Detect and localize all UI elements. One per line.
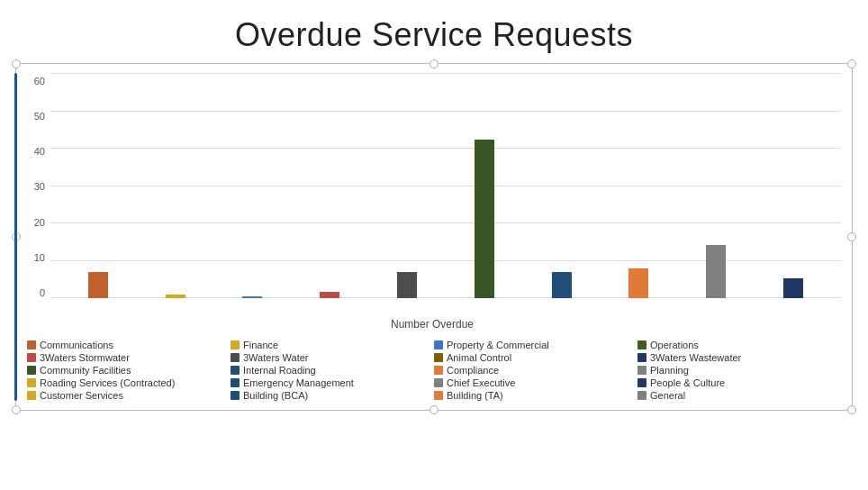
bars-area xyxy=(50,73,841,316)
legend-dot-3waters-stormwater xyxy=(27,353,36,362)
bar-rect-internal-roading xyxy=(552,272,572,298)
bar-rect-communications xyxy=(88,272,108,298)
bar-rect-planning xyxy=(706,245,726,298)
legend-label-general: General xyxy=(650,390,685,401)
legend-item-roading-contracted: Roading Services (Contracted) xyxy=(27,377,227,388)
y-label-0: 0 xyxy=(40,288,45,298)
corner-mr xyxy=(847,232,856,241)
bars-row xyxy=(50,73,841,298)
legend-label-chief-executive: Chief Executive xyxy=(447,377,515,388)
legend-dot-3waters-water xyxy=(231,353,240,362)
y-label-60: 60 xyxy=(34,77,45,86)
corner-tl xyxy=(12,59,21,68)
legend-label-animal-control: Animal Control xyxy=(447,352,511,363)
legend-dot-3waters-wastewater xyxy=(637,353,646,362)
bar-people-culture xyxy=(781,278,806,298)
bar-community-facilities xyxy=(472,140,497,298)
legend-label-property-commercial: Property & Commercial xyxy=(447,340,549,350)
legend-label-community-facilities: Community Facilities xyxy=(40,365,131,376)
legend-item-finance: Finance xyxy=(231,340,430,350)
legend-dot-chief-executive xyxy=(434,378,443,387)
legend-label-building-bca: Building (BCA) xyxy=(243,390,308,401)
legend-dot-customer-services xyxy=(27,391,36,400)
graph-wrapper: 60 50 40 30 20 10 0 xyxy=(23,73,841,316)
legend-item-communications: Communications xyxy=(27,340,227,350)
chart-container: 60 50 40 30 20 10 0 xyxy=(15,63,853,411)
legend-label-3waters-stormwater: 3Waters Stormwater xyxy=(40,352,130,363)
legend-item-chief-executive: Chief Executive xyxy=(434,377,634,388)
legend-label-internal-roading: Internal Roading xyxy=(243,365,316,376)
chart-area: 60 50 40 30 20 10 0 xyxy=(23,73,841,401)
legend-dot-internal-roading xyxy=(231,366,240,375)
legend-dot-people-culture xyxy=(637,378,646,387)
legend-item-people-culture: People & Culture xyxy=(637,377,837,388)
legend-dot-community-facilities xyxy=(27,366,36,375)
corner-tr xyxy=(847,59,856,68)
corner-br xyxy=(847,405,856,414)
legend: Communications Finance Property & Commer… xyxy=(23,340,841,401)
legend-label-compliance: Compliance xyxy=(447,365,499,376)
legend-dot-general xyxy=(637,391,646,400)
legend-item-community-facilities: Community Facilities xyxy=(27,365,227,376)
legend-label-planning: Planning xyxy=(650,365,689,376)
legend-dot-property-commercial xyxy=(434,340,443,349)
legend-item-building-bca: Building (BCA) xyxy=(231,390,430,401)
y-label-40: 40 xyxy=(34,147,45,157)
bar-internal-roading xyxy=(549,272,574,298)
legend-label-roading-contracted: Roading Services (Contracted) xyxy=(40,377,175,388)
legend-label-3waters-water: 3Waters Water xyxy=(243,352,309,363)
legend-label-building-ta: Building (TA) xyxy=(447,390,503,401)
bar-communications xyxy=(86,272,111,298)
legend-item-general: General xyxy=(637,390,837,401)
legend-dot-operations xyxy=(637,340,646,349)
legend-dot-finance xyxy=(231,340,240,349)
bar-planning xyxy=(703,245,728,298)
legend-item-building-ta: Building (TA) xyxy=(434,390,634,401)
bar-rect-3waters-water xyxy=(397,272,417,298)
bar-rect-community-facilities xyxy=(475,140,494,298)
bar-rect-compliance xyxy=(628,268,648,298)
legend-label-communications: Communications xyxy=(40,340,113,350)
y-label-20: 20 xyxy=(34,218,45,228)
legend-dot-animal-control xyxy=(434,353,443,362)
y-axis: 60 50 40 30 20 10 0 xyxy=(23,73,50,316)
y-label-10: 10 xyxy=(34,253,45,263)
legend-dot-communications xyxy=(27,340,36,349)
legend-label-finance: Finance xyxy=(243,340,278,350)
bar-compliance xyxy=(626,268,651,298)
legend-dot-building-bca xyxy=(231,391,240,400)
legend-dot-compliance xyxy=(434,366,443,375)
legend-item-3waters-wastewater: 3Waters Wastewater xyxy=(637,352,837,363)
legend-dot-building-ta xyxy=(434,391,443,400)
legend-label-customer-services: Customer Services xyxy=(40,390,123,401)
corner-tc xyxy=(429,59,439,68)
legend-item-planning: Planning xyxy=(637,365,837,376)
legend-item-emergency-management: Emergency Management xyxy=(231,377,430,388)
y-label-50: 50 xyxy=(34,112,45,122)
legend-label-operations: Operations xyxy=(650,340,699,350)
legend-item-3waters-water: 3Waters Water xyxy=(231,352,430,363)
y-label-30: 30 xyxy=(34,182,45,192)
corner-bc xyxy=(429,405,439,414)
x-axis-label xyxy=(50,298,841,316)
bar-3waters-stormwater xyxy=(317,292,342,298)
legend-item-animal-control: Animal Control xyxy=(434,352,634,363)
blue-left-border xyxy=(14,73,17,401)
legend-dot-roading-contracted xyxy=(27,378,36,387)
legend-dot-emergency-management xyxy=(231,378,240,387)
legend-label-people-culture: People & Culture xyxy=(650,377,725,388)
legend-item-internal-roading: Internal Roading xyxy=(231,365,430,376)
corner-bl xyxy=(12,405,21,414)
legend-dot-planning xyxy=(637,366,646,375)
legend-item-operations: Operations xyxy=(637,340,837,350)
legend-item-customer-services: Customer Services xyxy=(27,390,227,401)
page-title: Overdue Service Requests xyxy=(235,16,633,54)
bar-rect-3waters-stormwater xyxy=(320,292,339,298)
bar-3waters-water xyxy=(394,272,420,298)
bar-rect-people-culture xyxy=(783,278,803,298)
number-overdue-label: Number Overdue xyxy=(23,318,841,331)
legend-item-3waters-stormwater: 3Waters Stormwater xyxy=(27,352,227,363)
legend-item-property-commercial: Property & Commercial xyxy=(434,340,634,350)
legend-label-3waters-wastewater: 3Waters Wastewater xyxy=(650,352,741,363)
legend-label-emergency-management: Emergency Management xyxy=(243,377,354,388)
